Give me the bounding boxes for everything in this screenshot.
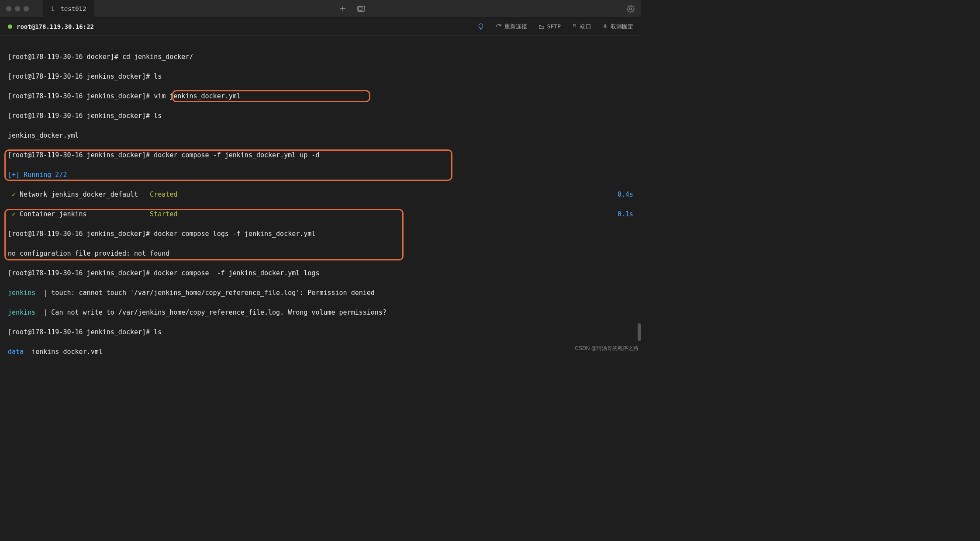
watermark: CSDN @阿汤哥的程序之路	[575, 345, 638, 352]
term-status: [+] Running 2/2	[8, 170, 67, 180]
term-line: [root@178-119-30-16 jenkins_docker]# ls	[8, 72, 162, 82]
term-file: jenkins_docker.yml	[24, 347, 103, 354]
host-label: root@178.119.30.16:22	[17, 23, 94, 30]
term-check: ✓	[8, 209, 20, 219]
term-time: 0.1s	[618, 209, 633, 219]
sftp-label: SFTP	[547, 23, 561, 30]
term-state: Started	[150, 209, 177, 219]
term-line: [root@178-119-30-16 jenkins_docker]# doc…	[8, 268, 319, 278]
maximize-icon[interactable]	[24, 6, 29, 11]
tab-title: test012	[60, 5, 86, 12]
term-line: [root@178-119-30-16 jenkins_docker]# doc…	[8, 229, 315, 239]
scrollbar-thumb[interactable]	[638, 323, 641, 341]
term-state: Created	[150, 190, 177, 200]
term-command: docker compose -f jenkins_docker.yml up …	[154, 150, 319, 160]
svg-rect-1	[359, 7, 362, 10]
term-line: [root@178-119-30-16 jenkins_docker]# ls	[8, 327, 162, 337]
term-text: Container jenkins	[20, 209, 150, 219]
lightbulb-icon[interactable]	[477, 23, 484, 30]
close-icon[interactable]	[6, 6, 11, 11]
term-text: Network jenkins_docker_default	[20, 190, 150, 200]
term-line: [root@178-119-30-16 jenkins_docker]# vim…	[8, 91, 241, 101]
reconnect-label: 重新连接	[504, 23, 527, 31]
port-button[interactable]: 端口	[572, 23, 591, 31]
tab-index: 1	[51, 5, 54, 12]
term-prompt: [root@178-119-30-16 jenkins_docker]#	[8, 150, 154, 160]
term-line: [root@178-119-30-16 jenkins_docker]# ls	[8, 111, 162, 121]
unpin-label: 取消固定	[611, 23, 633, 31]
port-label: 端口	[580, 23, 591, 31]
sftp-button[interactable]: SFTP	[538, 23, 561, 30]
term-check: ✓	[8, 190, 20, 200]
unpin-button[interactable]: 取消固定	[603, 23, 633, 31]
term-line: jenkins_docker.yml	[8, 131, 79, 141]
term-log: | Can not write to /var/jenkins_home/cop…	[43, 308, 386, 318]
term-time: 0.4s	[618, 190, 633, 200]
reconnect-button[interactable]: 重新连接	[496, 23, 527, 31]
term-line: no configuration file provided: not foun…	[8, 249, 169, 259]
titlebar: 1 test012	[0, 0, 641, 17]
term-service: jenkins	[8, 288, 43, 298]
term-log: | touch: cannot touch '/var/jenkins_home…	[43, 288, 375, 298]
term-line: [root@178-119-30-16 docker]# cd jenkins_…	[8, 52, 193, 62]
term-dir: data	[8, 347, 24, 354]
actionbar: root@178.119.30.16:22 重新连接 SFTP 端口 取消固定	[0, 17, 641, 36]
svg-point-2	[630, 7, 632, 10]
minimize-icon[interactable]	[15, 6, 20, 11]
terminal-output[interactable]: [root@178-119-30-16 docker]# cd jenkins_…	[0, 36, 641, 354]
term-service: jenkins	[8, 308, 43, 318]
plus-icon[interactable]	[338, 4, 347, 13]
split-icon[interactable]	[357, 4, 366, 13]
tab-test012[interactable]: 1 test012	[43, 0, 94, 17]
status-indicator	[8, 24, 12, 29]
window-controls	[0, 6, 35, 11]
gear-icon[interactable]	[626, 4, 635, 13]
